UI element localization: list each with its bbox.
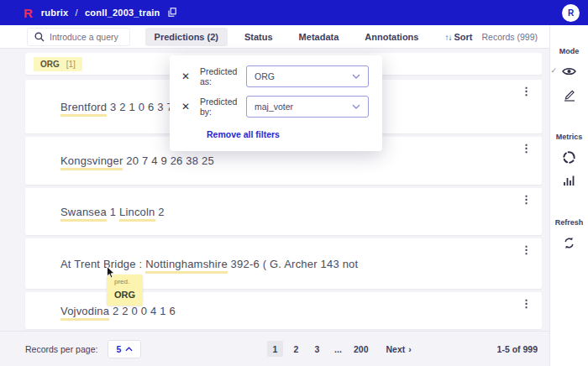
record-card: Swansea 1 Lincoln 2⋮	[25, 188, 542, 235]
remove-all-filters-link[interactable]: Remove all filters	[207, 129, 280, 139]
prediction-tooltip-label: ORG	[114, 290, 135, 300]
record-text: Swansea 1 Lincoln 2	[60, 206, 165, 218]
record-card: Vojvodina 2 2 0 0 4 1 6⋮	[25, 292, 542, 329]
user-avatar[interactable]: R	[562, 4, 580, 22]
entity-span[interactable]: Vojvodina	[60, 305, 109, 321]
sidebar-group-label: Refresh	[555, 218, 584, 227]
topbar: R rubrix / conll_2003_train R	[0, 0, 588, 25]
search-box[interactable]	[27, 28, 130, 46]
record-token: 392-6 ( G. Archer 143 not	[228, 258, 359, 270]
record-text: Brentford 3 2 1 0 6 3 7	[60, 101, 173, 113]
filter-chip-org[interactable]: ORG [1]	[34, 57, 82, 71]
page-button-200[interactable]: 200	[351, 341, 371, 357]
entity-span[interactable]: Kongsvinger	[60, 154, 123, 170]
filter-tabs: Predictions (2)StatusMetadataAnnotations…	[145, 28, 482, 46]
breadcrumb-app[interactable]: rubrix	[41, 8, 68, 18]
next-label: Next	[386, 344, 406, 354]
filter-selected-value: maj_voter	[255, 102, 293, 112]
sidebar-rail: Mode✓MetricsRefresh	[549, 25, 588, 366]
rubrix-logo-icon[interactable]: R	[24, 6, 33, 20]
main-area: Predictions (2)StatusMetadataAnnotations…	[0, 25, 549, 366]
filter-value-select[interactable]: ORG	[246, 65, 369, 87]
next-arrow-icon: ›	[408, 344, 412, 354]
breadcrumb: rubrix / conll_2003_train	[41, 8, 176, 18]
filter-chip-label: ORG	[40, 60, 60, 69]
eye-icon[interactable]: ✓	[561, 64, 578, 79]
page-button-2[interactable]: 2	[288, 341, 304, 357]
page-button-dotdotdot[interactable]: ...	[330, 341, 346, 357]
record-text: Vojvodina 2 2 0 0 4 1 6	[60, 305, 176, 317]
search-icon	[34, 32, 45, 42]
tab-label: Predictions (2)	[155, 32, 218, 42]
tab-metadata[interactable]: Metadata	[290, 28, 349, 46]
record-token: 2	[155, 206, 165, 218]
records-per-page-select[interactable]: 5	[108, 340, 141, 358]
records-per-page-value: 5	[116, 344, 121, 354]
entity-span[interactable]: Nottinghamshire	[145, 258, 228, 274]
records-count: Records (999)	[481, 32, 538, 42]
donut-icon[interactable]	[560, 149, 577, 165]
tab-label: Metadata	[299, 32, 339, 42]
filter-row-label: Predicted as:	[195, 66, 246, 86]
filters-header: Predictions (2)StatusMetadataAnnotations…	[0, 25, 549, 49]
pagination-footer: Records per page: 5 123...200Next› 1-5 o…	[0, 331, 549, 366]
record-token: 1	[107, 206, 119, 218]
record-menu-kebab-icon[interactable]: ⋮	[521, 298, 532, 309]
record-token: 20 7 4 9 26 38 25	[123, 154, 213, 167]
records-range: 1-5 of 999	[497, 344, 538, 354]
pencil-icon[interactable]	[561, 87, 578, 102]
page-button-3[interactable]: 3	[309, 341, 325, 357]
page-button-1[interactable]: 1	[267, 341, 283, 357]
search-input[interactable]	[50, 32, 123, 42]
tab-predictions-2[interactable]: Predictions (2)	[145, 28, 228, 46]
record-menu-kebab-icon[interactable]: ⋮	[521, 194, 532, 205]
chevron-down-icon	[352, 104, 360, 109]
tab-sort[interactable]: ↑↓Sort	[435, 28, 481, 46]
entity-span[interactable]: Swansea	[60, 206, 107, 222]
record-menu-kebab-icon[interactable]: ⋮	[521, 244, 532, 255]
sidebar-group-label: Metrics	[556, 133, 583, 141]
tab-status[interactable]: Status	[235, 28, 282, 46]
filter-selected-value: ORG	[255, 71, 275, 81]
record-card: At Trent Bridge : Nottinghamshire 392-6 …	[25, 238, 542, 289]
record-token: 2 2 0 0 4 1 6	[109, 305, 176, 317]
sidebar-group-metrics: Metrics	[556, 121, 583, 188]
record-text: Kongsvinger 20 7 4 9 26 38 25	[60, 154, 214, 167]
chevron-down-icon	[352, 74, 360, 79]
remove-filter-icon[interactable]: ✕	[181, 71, 195, 82]
sidebar-group-mode: Mode✓	[559, 35, 580, 102]
copy-icon[interactable]	[168, 8, 176, 18]
filter-row-1: ✕Predicted by:maj_voter	[181, 96, 369, 118]
tab-label: Annotations	[365, 32, 418, 42]
predictions-filter-panel: ✕Predicted as:ORG✕Predicted by:maj_voter…	[170, 55, 382, 151]
tab-label: Sort	[454, 32, 472, 42]
records-area: ORG [1] Brentford 3 2 1 0 6 3 7⋮Kongsvin…	[0, 49, 549, 331]
record-menu-kebab-icon[interactable]: ⋮	[521, 143, 532, 154]
bars-icon[interactable]	[560, 173, 577, 188]
remove-filter-icon[interactable]: ✕	[181, 101, 195, 112]
tab-label: Status	[244, 32, 273, 42]
entity-span[interactable]: Lincoln	[119, 206, 155, 222]
entity-span[interactable]: Brentford	[60, 101, 107, 117]
rubrix-app: R rubrix / conll_2003_train R Prediction…	[0, 0, 588, 366]
sidebar-group-label: Mode	[559, 47, 580, 55]
pagination: 123...200Next›	[267, 341, 412, 357]
sort-arrows-icon: ↑↓	[444, 33, 451, 42]
filter-row-0: ✕Predicted as:ORG	[181, 65, 369, 87]
sidebar-group-refresh: Refresh	[555, 207, 584, 250]
filter-chip-count: [1]	[66, 60, 76, 69]
tab-annotations[interactable]: Annotations	[355, 28, 428, 46]
check-icon: ✓	[551, 66, 558, 75]
chevron-up-icon	[125, 347, 133, 352]
mouse-cursor-icon	[106, 266, 116, 283]
filter-value-select[interactable]: maj_voter	[246, 96, 369, 118]
records-per-page-label: Records per page:	[25, 344, 97, 354]
record-menu-kebab-icon[interactable]: ⋮	[521, 86, 532, 97]
filter-row-label: Predicted by:	[195, 97, 246, 117]
breadcrumb-separator: /	[75, 8, 77, 18]
next-page-button[interactable]: Next›	[386, 344, 412, 354]
record-token: At Trent Bridge :	[60, 258, 145, 270]
refresh-icon[interactable]	[560, 235, 577, 250]
record-token: 3 2 1 0 6 3 7	[107, 101, 173, 113]
prediction-tooltip-kicker: pred.	[114, 278, 135, 285]
